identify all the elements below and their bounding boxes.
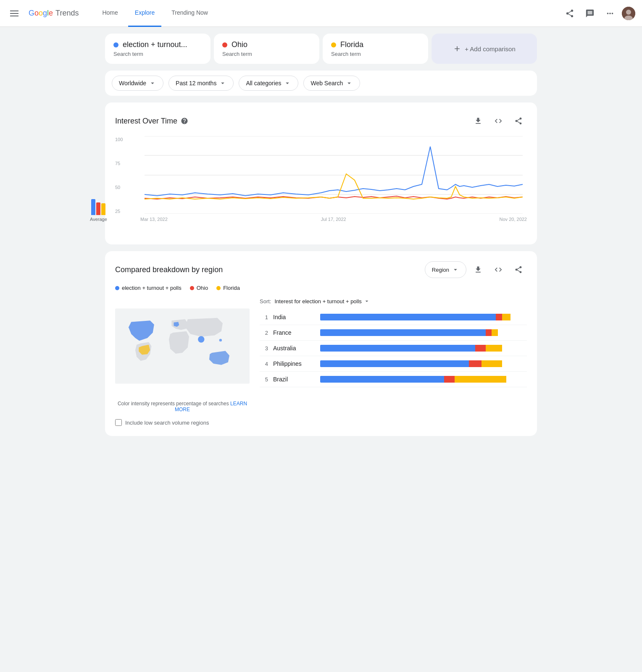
nav-explore[interactable]: Explore (128, 0, 161, 27)
region-row-1: 1 India (260, 310, 527, 325)
region-section-body: Color intensity represents percentage of… (115, 298, 527, 426)
avg-bar-2 (96, 202, 100, 215)
header-right (561, 5, 635, 22)
svg-point-17 (198, 336, 204, 342)
y-axis: 100 75 50 25 (115, 136, 123, 214)
bar-3-red (475, 345, 486, 352)
term1-dot (113, 42, 118, 47)
interest-over-time-card: Interest Over Time (105, 102, 537, 244)
color-note: Color intensity represents percentage of… (115, 401, 250, 412)
bar-1-red (496, 314, 502, 320)
term2-name: Ohio (232, 40, 247, 49)
help-icon[interactable] (181, 117, 188, 125)
bar-5-blue (320, 376, 444, 383)
sort-bar: Sort: Interest for election + turnout + … (260, 298, 527, 304)
feedback-button[interactable] (581, 5, 598, 22)
x-label-1: Mar 13, 2022 (140, 217, 168, 222)
legend-label-2: Ohio (197, 285, 208, 291)
region-breakdown-card: Compared breakdown by region Region (105, 251, 537, 436)
sort-value: Interest for election + turnout + polls (274, 298, 361, 304)
low-volume-checkbox[interactable] (115, 419, 122, 426)
legend-dot-2 (190, 286, 194, 290)
line-chart (140, 136, 527, 214)
bar-5-yellow (455, 376, 506, 383)
bar-2 (320, 329, 527, 336)
legend-dot-1 (115, 286, 119, 290)
avg-bar-1 (91, 199, 95, 215)
region-breakdown-header: Compared breakdown by region Region (115, 261, 527, 278)
filter-categories[interactable]: All categories (239, 76, 298, 91)
filter-search-type[interactable]: Web Search (303, 76, 360, 91)
main-content: election + turnout... Search term Ohio S… (98, 27, 544, 449)
chart-area: Average 100 75 50 25 (115, 136, 527, 234)
add-comparison-label: + Add comparison (465, 45, 516, 52)
bar-4-red (469, 360, 482, 367)
rank-3: 3 (260, 345, 268, 352)
region-map: Color intensity represents percentage of… (115, 298, 250, 426)
rank-1: 1 (260, 314, 268, 320)
color-note-text: Color intensity represents percentage of… (118, 401, 229, 407)
iot-actions (470, 113, 527, 129)
region-title-text: Compared breakdown by region (115, 265, 223, 274)
nav-trending[interactable]: Trending Now (165, 0, 215, 27)
share-region-button[interactable] (510, 261, 527, 278)
logo-text: Google (29, 9, 53, 18)
download-region-button[interactable] (470, 261, 487, 278)
bar-3-blue (320, 345, 475, 352)
legend-item-1: election + turnout + polls (115, 285, 182, 291)
x-label-3: Nov 20, 2022 (500, 217, 527, 222)
filter-time-label: Past 12 months (176, 80, 216, 87)
nav-home[interactable]: Home (95, 0, 124, 27)
region-btn-label: Region (432, 267, 449, 273)
filter-location-label: Worldwide (119, 80, 146, 87)
region-type-select[interactable]: Region (425, 261, 466, 278)
rank-2: 2 (260, 330, 268, 336)
x-label-2: Jul 17, 2022 (321, 217, 346, 222)
region-row-2: 2 France (260, 325, 527, 341)
share-button[interactable] (561, 5, 578, 22)
user-avatar[interactable] (622, 7, 635, 20)
svg-point-20 (219, 339, 222, 341)
term2-type: Search term (222, 51, 311, 57)
embed-region-button[interactable] (490, 261, 507, 278)
bar-4-blue (320, 360, 469, 367)
region-breakdown-title: Compared breakdown by region (115, 265, 223, 274)
country-1: India (273, 314, 315, 320)
bar-2-red (486, 329, 492, 336)
add-comparison-button[interactable]: + Add comparison (432, 34, 537, 64)
filter-time[interactable]: Past 12 months (168, 76, 234, 91)
filter-search-type-label: Web Search (310, 80, 343, 87)
term3-dot (331, 42, 336, 47)
download-button[interactable] (470, 113, 487, 129)
bar-2-blue (320, 329, 486, 336)
sort-select[interactable]: Interest for election + turnout + polls (274, 298, 370, 304)
region-list: Sort: Interest for election + turnout + … (260, 298, 527, 426)
filter-location[interactable]: Worldwide (112, 76, 163, 91)
country-3: Australia (273, 345, 315, 352)
bar-4-yellow (482, 360, 502, 367)
share-iot-button[interactable] (510, 113, 527, 129)
bar-3 (320, 345, 527, 352)
logo: Google Trends (29, 9, 79, 18)
legend-item-3: Florida (216, 285, 240, 291)
apps-button[interactable] (602, 5, 618, 22)
bar-5-red (444, 376, 455, 383)
header-left: Google Trends Home Explore Trending Now (7, 0, 215, 27)
y-label-75: 75 (115, 161, 123, 166)
y-label-25: 25 (115, 209, 123, 214)
menu-button[interactable] (7, 7, 22, 20)
y-label-50: 50 (115, 185, 123, 190)
world-map-svg (115, 298, 250, 394)
rank-4: 4 (260, 361, 268, 367)
low-volume-label: Include low search volume regions (125, 420, 209, 426)
term1-name: election + turnout... (123, 40, 187, 49)
embed-button[interactable] (490, 113, 507, 129)
search-term-1[interactable]: election + turnout... Search term (105, 34, 210, 64)
term3-type: Search term (331, 51, 420, 57)
search-term-3[interactable]: Florida Search term (323, 34, 428, 64)
region-row-3: 3 Australia (260, 341, 527, 356)
low-volume-checkbox-row: Include low search volume regions (115, 419, 250, 426)
search-term-2[interactable]: Ohio Search term (214, 34, 319, 64)
legend-label-1: election + turnout + polls (122, 285, 182, 291)
rank-5: 5 (260, 376, 268, 383)
